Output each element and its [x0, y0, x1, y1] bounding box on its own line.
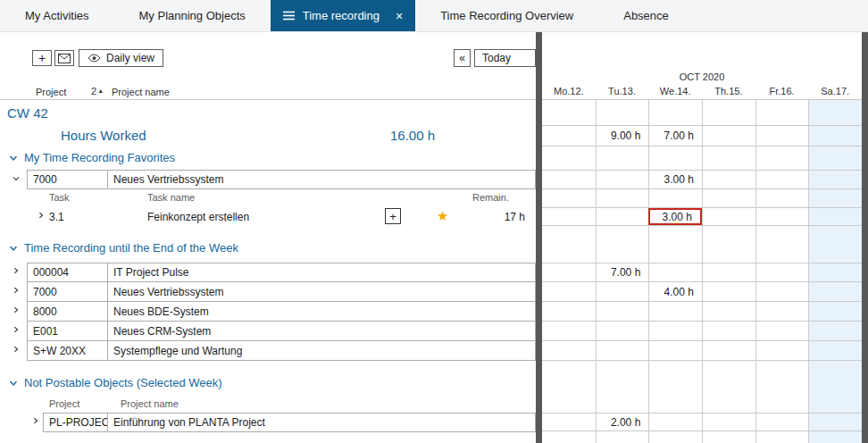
tab-bar: My Activities My Planning Objects Time r… [0, 0, 868, 32]
tab-absence[interactable]: Absence [598, 0, 694, 31]
tab-my-activities[interactable]: My Activities [0, 0, 114, 31]
eye-icon [88, 54, 101, 63]
project-row[interactable]: S+W 20XX Systempflege und Wartung [27, 341, 536, 361]
envelope-icon [58, 54, 71, 63]
hours-worked-total: 16.00 h [390, 128, 435, 143]
menu-icon[interactable] [283, 11, 295, 21]
section-week[interactable]: Time Recording until the End of the Week [9, 241, 238, 255]
project-row[interactable]: E001 Neues CRM-System [27, 322, 536, 341]
hours-worked-label: Hours Worked [61, 128, 146, 143]
tab-label: Time recording [303, 9, 380, 22]
scrollbar[interactable] [862, 32, 868, 443]
task-id[interactable]: 3.1 [49, 211, 64, 223]
project-id-cell[interactable]: E001 [28, 322, 108, 340]
project-row[interactable]: 8000 Neues BDE-System [27, 302, 536, 322]
sort-order: 2 [91, 86, 96, 96]
project-name-column-header: Project name [121, 398, 179, 409]
today-button[interactable]: Today [474, 49, 536, 67]
add-button[interactable]: + [32, 50, 52, 66]
header-divider [0, 99, 536, 100]
hours-cell[interactable]: 2.00 h [596, 414, 649, 430]
project-id-cell[interactable]: 000004 [28, 263, 108, 281]
project-row[interactable]: 7000 Neues Vertriebssystem [27, 282, 536, 302]
project-name-cell[interactable]: IT Project Pulse [108, 263, 535, 281]
day-header: Fr.16. [755, 84, 809, 99]
project-column-header: Project [49, 398, 79, 409]
hours-cell[interactable]: 4.00 h [648, 282, 702, 301]
section-title: Not Postable Objects (Selected Week) [24, 376, 222, 389]
tab-time-recording[interactable]: Time recording × [271, 0, 415, 31]
hours-cell[interactable]: 3.00 h [648, 171, 702, 188]
day-header-row: Mo.12. Tu.13. We.14. Th.15. Fr.16. Sa.17… [542, 84, 862, 100]
hours-cell[interactable]: 9.00 h [596, 126, 649, 146]
grid-row-favorite-task: 3.00 h [542, 207, 862, 226]
chevron-right-icon[interactable] [13, 287, 20, 294]
tab-label: Time Recording Overview [440, 9, 573, 22]
tab-time-recording-overview[interactable]: Time Recording Overview [415, 0, 598, 31]
project-name-cell[interactable]: Neues CRM-System [108, 322, 535, 340]
project-row[interactable]: 000004 IT Project Pulse [27, 263, 536, 282]
close-tab-icon[interactable]: × [396, 10, 403, 22]
project-id-cell[interactable]: PL-PROJECT [44, 414, 108, 431]
calendar-grid: OCT 2020 Mo.12. Tu.13. We.14. Th.15. Fr.… [542, 32, 862, 443]
chevron-down-icon[interactable] [9, 244, 18, 253]
day-header: We.14. [648, 84, 702, 99]
project-id-cell[interactable]: 8000 [28, 302, 108, 321]
tab-label: My Activities [25, 9, 89, 22]
sort-asc-icon: ▲ [97, 88, 104, 94]
chevron-down-icon[interactable] [9, 379, 18, 388]
add-booking-button[interactable]: + [385, 208, 401, 224]
chevron-right-icon[interactable] [32, 417, 39, 424]
grid-row-project [542, 302, 862, 322]
task-name-column-header: Task name [147, 192, 195, 203]
column-header-project-name[interactable]: Project name [112, 87, 170, 97]
project-name-cell[interactable]: Einführung von PLANTA Project [108, 414, 535, 431]
daily-view-label: Daily view [106, 52, 154, 64]
task-remaining-hours: 17 h [447, 211, 525, 223]
chevron-right-icon[interactable] [13, 346, 20, 353]
grid-row-project [542, 322, 862, 341]
section-title: Time Recording until the End of the Week [24, 241, 238, 255]
daily-view-button[interactable]: Daily view [79, 49, 163, 67]
week-label: CW 42 [7, 105, 48, 121]
pane-splitter[interactable] [536, 32, 542, 443]
day-header: Tu.13. [596, 84, 649, 99]
column-header-project[interactable]: Project [36, 87, 66, 97]
project-id-cell[interactable]: 7000 [28, 171, 108, 188]
chevron-right-icon[interactable] [13, 326, 20, 333]
grid-row-not-postable: 2.00 h [542, 413, 862, 431]
project-row[interactable]: 7000 Neues Vertriebssystem [27, 170, 536, 189]
hours-cell[interactable]: 7.00 h [596, 263, 649, 281]
chevron-right-icon[interactable] [13, 306, 20, 313]
project-name-cell[interactable]: Neues Vertriebssystem [108, 171, 535, 188]
chevron-down-icon[interactable] [9, 154, 18, 163]
project-name-cell[interactable]: Systempflege und Wartung [108, 341, 535, 360]
section-title: My Time Recording Favorites [24, 151, 175, 164]
project-name-cell[interactable]: Neues BDE-System [108, 302, 535, 321]
sort-indicator[interactable]: 2▲ [91, 86, 104, 96]
project-row[interactable]: PL-PROJECT Einführung von PLANTA Project [43, 413, 536, 432]
highlighted-hours-cell[interactable]: 3.00 h [648, 208, 702, 225]
time-recording-app: My Activities My Planning Objects Time r… [0, 0, 868, 443]
day-header: Mo.12. [542, 84, 596, 99]
chevron-down-icon[interactable] [13, 175, 20, 182]
hours-cell[interactable]: 7.00 h [648, 126, 702, 146]
previous-button[interactable]: « [454, 49, 471, 67]
day-header: Th.15. [702, 84, 755, 99]
section-not-postable[interactable]: Not Postable Objects (Selected Week) [9, 376, 222, 389]
tab-label: Absence [623, 9, 669, 22]
month-label: OCT 2020 [542, 71, 862, 82]
tab-my-planning-objects[interactable]: My Planning Objects [114, 0, 271, 31]
task-column-header: Task [49, 192, 70, 203]
grid-row-project [542, 341, 862, 361]
project-id-cell[interactable]: 7000 [28, 282, 108, 301]
chevron-right-icon[interactable] [38, 212, 45, 219]
mail-button[interactable] [54, 50, 74, 66]
section-favorites[interactable]: My Time Recording Favorites [9, 151, 175, 164]
task-name[interactable]: Feinkonzept erstellen [147, 211, 249, 223]
project-id-cell[interactable]: S+W 20XX [28, 341, 108, 360]
grid-row-project: 7.00 h [542, 263, 862, 282]
chevron-right-icon[interactable] [13, 267, 20, 274]
grid-row-favorite-project: 3.00 h [542, 170, 862, 189]
project-name-cell[interactable]: Neues Vertriebssystem [108, 282, 535, 301]
